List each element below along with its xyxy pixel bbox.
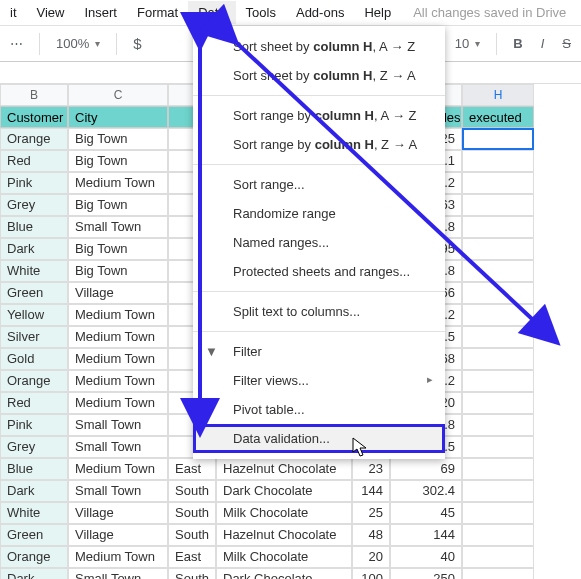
cell[interactable]: Medium Town [68,326,168,348]
cell[interactable] [462,546,534,568]
cell[interactable]: 48 [352,524,390,546]
menu-format[interactable]: Format [127,1,188,24]
menu-tools[interactable]: Tools [236,1,286,24]
cell[interactable]: Medium Town [68,370,168,392]
cell[interactable]: Blue [0,458,68,480]
cell[interactable]: Medium Town [68,172,168,194]
cell[interactable]: Medium Town [68,458,168,480]
menu-filter-views[interactable]: Filter views... [193,366,445,395]
cell[interactable]: 302.4 [390,480,462,502]
cell[interactable] [462,392,534,414]
cell[interactable]: Dark Chocolate [216,568,352,579]
toolbar-overflow-icon[interactable]: ⋯ [4,32,29,55]
cell[interactable]: Big Town [68,194,168,216]
cell[interactable]: South [168,480,216,502]
cell[interactable] [462,282,534,304]
column-header[interactable]: B [0,84,68,106]
cell[interactable]: Grey [0,436,68,458]
cell[interactable]: Red [0,150,68,172]
header-cell[interactable]: executed [462,106,534,128]
cell[interactable]: Dark [0,480,68,502]
cell[interactable] [462,238,534,260]
cell[interactable]: Hazelnut Chocolate [216,524,352,546]
cell[interactable]: 144 [390,524,462,546]
menu-split-text[interactable]: Split text to columns... [193,297,445,326]
menu-sort-sheet-az[interactable]: Sort sheet by column H, A → Z [193,32,445,61]
menu-randomize-range[interactable]: Randomize range [193,199,445,228]
cell[interactable]: Village [68,282,168,304]
cell[interactable]: Medium Town [68,546,168,568]
menu-protected-sheets[interactable]: Protected sheets and ranges... [193,257,445,286]
cell[interactable]: 250 [390,568,462,579]
cell[interactable]: Pink [0,414,68,436]
menu-data-validation[interactable]: Data validation... [193,424,445,453]
cell[interactable]: Hazelnut Chocolate [216,458,352,480]
cell[interactable]: 25 [352,502,390,524]
cell[interactable]: 45 [390,502,462,524]
menu-sort-range[interactable]: Sort range... [193,170,445,199]
cell[interactable] [462,480,534,502]
cell[interactable] [462,414,534,436]
cell[interactable]: South [168,502,216,524]
cell[interactable]: Green [0,524,68,546]
italic-button[interactable]: I [535,32,551,55]
cell[interactable]: Dark [0,238,68,260]
menu-named-ranges[interactable]: Named ranges... [193,228,445,257]
cell[interactable] [462,348,534,370]
column-header[interactable]: C [68,84,168,106]
cell[interactable]: Big Town [68,260,168,282]
cell[interactable]: Milk Chocolate [216,546,352,568]
cell[interactable]: Big Town [68,128,168,150]
currency-button[interactable]: $ [127,31,147,56]
cell[interactable]: 69 [390,458,462,480]
fontsize-select[interactable]: 10 [449,32,486,55]
cell[interactable] [462,502,534,524]
bold-button[interactable]: B [507,32,528,55]
menu-data[interactable]: Data [188,1,235,24]
menu-sort-range-za[interactable]: Sort range by column H, Z → A [193,130,445,159]
menu-view[interactable]: View [27,1,75,24]
cell[interactable] [462,216,534,238]
cell[interactable]: East [168,546,216,568]
cell[interactable]: Village [68,502,168,524]
cell[interactable]: 144 [352,480,390,502]
cell[interactable]: Dark Chocolate [216,480,352,502]
menu-filter[interactable]: ▼Filter [193,337,445,366]
cell[interactable]: Pink [0,172,68,194]
header-cell[interactable]: City [68,106,168,128]
cell[interactable] [462,370,534,392]
cell[interactable]: Medium Town [68,348,168,370]
cell[interactable]: Green [0,282,68,304]
cell[interactable]: Small Town [68,568,168,579]
cell[interactable]: Small Town [68,480,168,502]
cell[interactable]: 40 [390,546,462,568]
cell[interactable]: Big Town [68,238,168,260]
cell[interactable]: Village [68,524,168,546]
cell[interactable] [462,128,534,150]
cell[interactable]: Yellow [0,304,68,326]
cell[interactable] [462,304,534,326]
cell[interactable] [462,436,534,458]
header-cell[interactable]: Customer [0,106,68,128]
cell[interactable]: White [0,260,68,282]
strike-button[interactable]: S [556,32,577,55]
cell[interactable] [462,260,534,282]
cell[interactable]: 100 [352,568,390,579]
cell[interactable] [462,194,534,216]
cell[interactable]: Silver [0,326,68,348]
menu-addons[interactable]: Add-ons [286,1,354,24]
cell[interactable]: 20 [352,546,390,568]
cell[interactable]: Orange [0,128,68,150]
menu-pivot-table[interactable]: Pivot table... [193,395,445,424]
cell[interactable]: South [168,568,216,579]
menu-help[interactable]: Help [354,1,401,24]
cell[interactable] [462,172,534,194]
cell[interactable]: Small Town [68,436,168,458]
cell[interactable]: Small Town [68,414,168,436]
menu-sort-sheet-za[interactable]: Sort sheet by column H, Z → A [193,61,445,90]
cell[interactable]: South [168,524,216,546]
cell[interactable]: Red [0,392,68,414]
cell[interactable]: Small Town [68,216,168,238]
menu-edit[interactable]: it [0,1,27,24]
cell[interactable]: Blue [0,216,68,238]
